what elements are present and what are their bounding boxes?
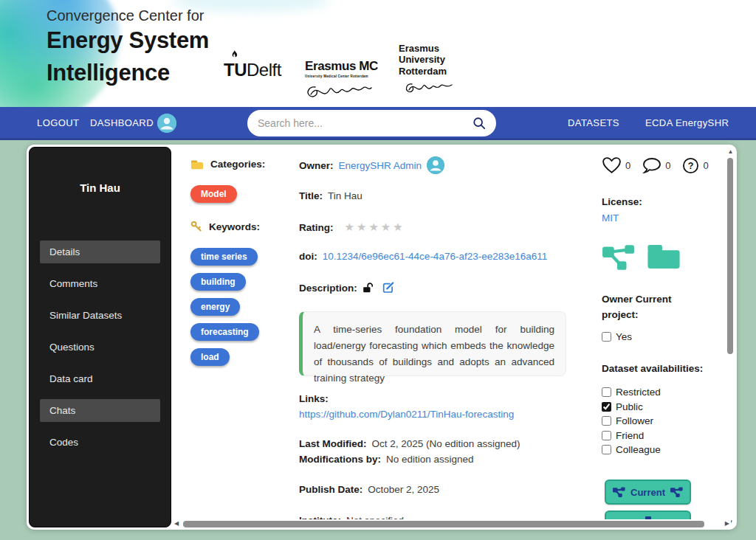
publish-date-row: Publish Date: October 2, 2025	[299, 484, 439, 495]
erasmus-mc-subtitle: University Medical Center Rotterdam	[305, 75, 386, 78]
license-label: License:	[602, 196, 642, 207]
like-count: 0	[625, 160, 630, 171]
keywords-label-row: Keywords:	[190, 221, 260, 232]
erasmus-university-logo: Erasmus University Rotterdam	[399, 43, 480, 97]
sidebar-item-details[interactable]: Details	[40, 240, 160, 263]
top-navbar: LOGOUT DASHBOARD DATASETS ECDA EnergySHR	[0, 107, 756, 140]
keyword-tag[interactable]: load	[190, 348, 230, 366]
dataset-title-sidebar: Tin Hau	[30, 181, 171, 194]
scroll-up-arrow[interactable]: ▲	[726, 148, 735, 156]
yes-checkbox[interactable]	[602, 332, 611, 342]
owner-project-yes-option: Yes	[602, 331, 632, 342]
user-avatar-icon[interactable]	[157, 114, 176, 133]
teal-actions	[602, 243, 681, 271]
dataset-sidebar: Tin Hau Details Comments Similar Dataset…	[29, 147, 171, 527]
page-background: Tin Hau Details Comments Similar Dataset…	[0, 140, 756, 540]
eur-signature-icon	[405, 80, 453, 97]
share-nodes-mini-icon	[613, 487, 625, 497]
key-icon	[190, 221, 202, 232]
availability-option-friend: Friend	[602, 430, 661, 441]
comment-bubble-icon[interactable]	[642, 157, 662, 174]
erasmus-mc-logo: Erasmus MC University Medical Center Rot…	[305, 59, 386, 103]
site-header: Convergence Center for Energy System Int…	[0, 0, 756, 107]
files-folder-icon[interactable]	[646, 243, 681, 270]
scroll-right-arrow[interactable]: ▶	[725, 519, 729, 528]
colleague-checkbox[interactable]	[602, 445, 611, 454]
rating-row: Rating: ★★★★★	[299, 221, 405, 234]
sidebar-item-data-card[interactable]: Data card	[40, 367, 160, 390]
question-count: 0	[703, 160, 708, 171]
links-label: Links:	[299, 393, 329, 404]
share-nodes-icon[interactable]	[602, 243, 636, 271]
doi-row: doi: 10.1234/6e96ec61-44ce-4a76-af23-ee2…	[299, 251, 547, 262]
owner-row: Owner: EnergySHR Admin	[299, 156, 444, 174]
vertical-scroll-thumb[interactable]	[727, 158, 733, 354]
sidebar-item-codes[interactable]: Codes	[40, 431, 160, 454]
horizontal-scroll-thumb[interactable]	[183, 521, 704, 527]
repo-link-row: https://github.com/Dylan0211/TinHau-fore…	[299, 409, 514, 420]
availability-options: Restricted Public Follower Friend	[602, 387, 661, 459]
description-label-row: Description:	[299, 282, 394, 294]
availability-option-follower: Follower	[602, 415, 661, 426]
folder-icon	[190, 159, 204, 170]
owner-project-label: Owner Current project:	[602, 292, 694, 323]
brand-line-1: Convergence Center for	[47, 7, 209, 24]
dataset-detail-card: Tin Hau Details Comments Similar Dataset…	[27, 145, 737, 530]
like-heart-icon[interactable]	[602, 156, 622, 174]
home-brand-link[interactable]: ECDA EnergySHR	[645, 117, 729, 128]
search-icon[interactable]	[472, 117, 486, 130]
keyword-tag[interactable]: forecasting	[190, 323, 259, 341]
scroll-left-arrow[interactable]: ◀	[174, 519, 179, 528]
tudelft-logo: TUDelft	[224, 50, 281, 80]
availability-option-colleague: Colleague	[602, 444, 661, 455]
erasmus-signature-icon	[305, 81, 373, 103]
sidebar-item-comments[interactable]: Comments	[40, 272, 160, 295]
current-button[interactable]: Current	[605, 480, 691, 505]
dataset-title: Tin Hau	[328, 190, 362, 201]
eur-line-3: Rotterdam	[399, 66, 480, 77]
modifications-row: Modifications by: No edition assigned	[299, 454, 474, 465]
search-input[interactable]	[258, 117, 472, 129]
availability-label: Dataset availabilities:	[602, 363, 703, 374]
follower-checkbox[interactable]	[602, 416, 611, 426]
vertical-scrollbar: ▲ ▼	[726, 148, 735, 526]
comment-count: 0	[665, 160, 670, 171]
keyword-tag[interactable]: building	[190, 273, 246, 291]
search-box	[247, 110, 496, 136]
horizontal-scrollbar: ◀ ▶	[173, 519, 731, 529]
edit-icon[interactable]	[382, 282, 394, 294]
doi-link[interactable]: 10.1234/6e96ec61-44ce-4a76-af23-ee283e16…	[323, 251, 548, 262]
eur-line-1: Erasmus	[399, 43, 480, 54]
svg-text:?: ?	[688, 160, 694, 170]
engagement-row: 0 0 ? 0	[602, 156, 717, 174]
last-modified-row: Last Modified: Oct 2, 2025 (No edition a…	[299, 438, 520, 449]
description-text: A time-series foundation model for build…	[299, 311, 566, 376]
dashboard-link[interactable]: DASHBOARD	[90, 117, 154, 128]
datasets-link[interactable]: DATASETS	[568, 117, 619, 128]
tudelft-wordmark: TUDelft	[224, 60, 281, 80]
restricted-checkbox[interactable]	[602, 387, 611, 397]
keyword-tag[interactable]: energy	[190, 298, 240, 316]
app-window: Convergence Center for Energy System Int…	[0, 0, 756, 540]
public-checkbox[interactable]	[602, 402, 611, 412]
logout-link[interactable]: LOGOUT	[37, 117, 79, 128]
owner-link[interactable]: EnergySHR Admin	[339, 160, 422, 171]
sidebar-item-similar-datasets[interactable]: Similar Datasets	[40, 304, 160, 327]
availability-option-public: Public	[602, 401, 661, 412]
brand-wordmark: Convergence Center for Energy System Int…	[47, 7, 209, 89]
repo-link[interactable]: https://github.com/Dylan0211/TinHau-fore…	[299, 409, 514, 420]
friend-checkbox[interactable]	[602, 431, 611, 440]
rating-stars[interactable]: ★★★★★	[345, 221, 405, 234]
sidebar-menu: Details Comments Similar Datasets Questi…	[30, 240, 171, 463]
brand-line-2: Energy System	[47, 24, 209, 57]
erasmus-mc-name: Erasmus MC	[305, 59, 386, 74]
question-circle-icon[interactable]: ?	[682, 157, 699, 174]
unlock-icon[interactable]	[362, 283, 374, 294]
license-link[interactable]: MIT	[602, 212, 619, 224]
keyword-tags: time series building energy forecasting …	[190, 248, 259, 373]
category-tag[interactable]: Model	[190, 185, 237, 203]
keyword-tag[interactable]: time series	[190, 248, 258, 266]
sidebar-item-chats[interactable]: Chats	[40, 399, 160, 422]
share-nodes-mini-icon	[670, 487, 683, 497]
sidebar-item-questions[interactable]: Questions	[40, 336, 160, 359]
